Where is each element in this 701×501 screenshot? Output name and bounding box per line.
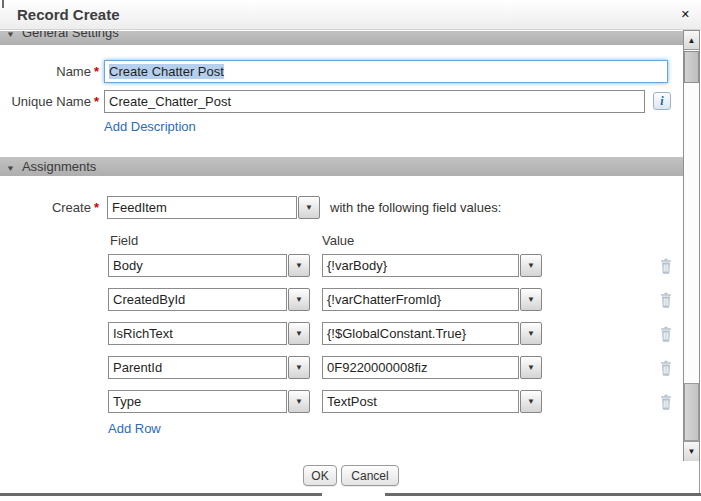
ok-button[interactable]: OK [303, 465, 337, 486]
scroll-down-button[interactable]: ▼ [684, 441, 699, 461]
value-input[interactable]: {!varBody} [322, 254, 519, 277]
section-toggle-icon: ▼ [6, 160, 15, 176]
field-input[interactable]: Type [108, 390, 287, 413]
chevron-down-icon: ▼ [305, 203, 313, 212]
field-input[interactable]: IsRichText [108, 322, 287, 345]
field-dropdown-button[interactable]: ▼ [288, 288, 310, 311]
create-object-input[interactable]: FeedItem [107, 196, 297, 219]
chevron-down-icon: ▼ [295, 363, 303, 372]
cancel-button[interactable]: Cancel [341, 465, 399, 486]
add-description-link[interactable]: Add Description [104, 119, 196, 134]
field-dropdown-button[interactable]: ▼ [288, 390, 310, 413]
value-dropdown-button[interactable]: ▼ [520, 288, 542, 311]
chevron-down-icon: ▼ [295, 397, 303, 406]
selected-text: Create Chatter Post [109, 64, 224, 79]
field-dropdown-button[interactable]: ▼ [288, 254, 310, 277]
chevron-down-icon: ▼ [527, 363, 535, 372]
required-marker: * [94, 64, 99, 79]
unique-name-input[interactable]: Create_Chatter_Post [104, 90, 645, 113]
field-column-header: Field [110, 233, 138, 248]
section-label: Assignments [22, 159, 96, 174]
info-icon[interactable]: i [653, 92, 671, 110]
trash-icon[interactable] [658, 394, 674, 410]
trash-icon[interactable] [658, 360, 674, 376]
add-row-link[interactable]: Add Row [108, 421, 161, 436]
scrollbar-thumb[interactable] [684, 51, 699, 83]
value-column-header: Value [322, 233, 354, 248]
name-input[interactable]: Create Chatter Post [104, 60, 668, 83]
field-input[interactable]: Body [108, 254, 287, 277]
scroll-up-button[interactable]: ▲ [684, 31, 699, 50]
value-input[interactable]: 0F9220000008fiz [322, 356, 519, 379]
section-toggle-icon: ▼ [6, 31, 15, 39]
field-dropdown-button[interactable]: ▼ [288, 322, 310, 345]
trash-icon[interactable] [658, 258, 674, 274]
section-label: General Settings [22, 31, 119, 40]
value-dropdown-button[interactable]: ▼ [520, 322, 542, 345]
value-dropdown-button[interactable]: ▼ [520, 390, 542, 413]
scrollbar[interactable]: ▲ ▼ [683, 30, 700, 461]
dialog-bottom-border [0, 493, 322, 496]
close-icon[interactable]: ✕ [681, 7, 690, 21]
chevron-down-icon: ▼ [527, 295, 535, 304]
scrollbar-track-block[interactable] [684, 383, 699, 441]
chevron-down-icon: ▼ [527, 329, 535, 338]
value-dropdown-button[interactable]: ▼ [520, 254, 542, 277]
create-label: Create* [0, 200, 99, 215]
value-input[interactable]: TextPost [322, 390, 519, 413]
section-header-assignments[interactable]: ▼Assignments [0, 157, 683, 176]
title-bar: Record Create ✕ [0, 0, 701, 30]
dialog-bottom-border [385, 493, 701, 496]
arrow-down-icon: ▼ [688, 447, 696, 456]
value-dropdown-button[interactable]: ▼ [520, 356, 542, 379]
value-input[interactable]: {!$GlobalConstant.True} [322, 322, 519, 345]
chevron-down-icon: ▼ [295, 295, 303, 304]
name-label: Name* [0, 64, 99, 79]
required-marker: * [94, 200, 99, 215]
trash-icon[interactable] [658, 292, 674, 308]
field-input[interactable]: ParentId [108, 356, 287, 379]
dialog-right-border [699, 461, 700, 493]
field-values-caption: with the following field values: [330, 200, 501, 215]
chevron-down-icon: ▼ [527, 397, 535, 406]
dialog-title: Record Create [17, 6, 120, 23]
section-header-general-settings[interactable]: ▼General Settings [0, 31, 683, 45]
chevron-down-icon: ▼ [295, 261, 303, 270]
field-dropdown-button[interactable]: ▼ [288, 356, 310, 379]
chevron-down-icon: ▼ [295, 329, 303, 338]
chevron-down-icon: ▼ [527, 261, 535, 270]
required-marker: * [94, 94, 99, 109]
arrow-up-icon: ▲ [688, 36, 696, 45]
create-object-dropdown-button[interactable]: ▼ [298, 196, 320, 219]
unique-name-label: Unique Name* [0, 94, 99, 109]
value-input[interactable]: {!varChatterFromId} [322, 288, 519, 311]
field-input[interactable]: CreatedById [108, 288, 287, 311]
record-create-dialog: Record Create ✕ ▼General Settings Name* … [0, 0, 701, 501]
trash-icon[interactable] [658, 326, 674, 342]
dialog-corner [2, 0, 4, 8]
